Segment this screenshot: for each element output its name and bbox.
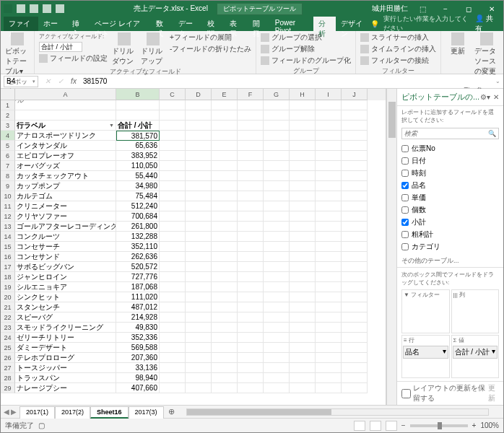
cell[interactable] <box>212 363 238 373</box>
cell[interactable]: カップポンプ <box>15 181 116 191</box>
cell[interactable]: ゼリーチリトリー <box>15 333 116 343</box>
cell[interactable]: アナロスポーツドリンク <box>15 131 116 141</box>
cell[interactable]: ナレージプシー <box>15 383 116 393</box>
cell[interactable] <box>160 343 186 353</box>
cell[interactable] <box>186 312 212 323</box>
row-header[interactable]: 23 <box>1 323 15 333</box>
group-selection-button[interactable]: グループの選択 <box>261 32 351 43</box>
insert-slicer-button[interactable]: スライサーの挿入 <box>360 32 436 43</box>
cell[interactable] <box>290 323 316 333</box>
cell[interactable] <box>160 100 186 110</box>
cell[interactable] <box>264 201 290 211</box>
cell[interactable] <box>316 222 342 232</box>
cell[interactable] <box>238 211 264 222</box>
ribbon-tab-10[interactable]: 分析 <box>313 17 336 31</box>
sheet-tab[interactable]: 2017(2) <box>55 406 90 419</box>
cell[interactable] <box>316 141 342 151</box>
minimize-button[interactable]: − <box>437 5 454 13</box>
cell[interactable] <box>160 232 186 242</box>
cell[interactable]: 261,800 <box>116 222 160 232</box>
cell[interactable] <box>264 282 290 292</box>
row-header[interactable]: 25 <box>1 343 15 353</box>
sheet-tab[interactable]: 2017(1) <box>19 406 55 419</box>
cell[interactable] <box>212 242 238 252</box>
cell[interactable]: 75,484 <box>116 191 160 201</box>
cell[interactable] <box>160 222 186 232</box>
ungroup-button[interactable]: グループ解除 <box>261 44 351 54</box>
cell[interactable]: 700,684 <box>116 211 160 222</box>
group-field-button[interactable]: フィールドのグループ化 <box>261 56 351 66</box>
cell[interactable] <box>342 222 368 232</box>
cell[interactable]: 381,570 <box>116 131 160 141</box>
cell[interactable] <box>290 292 316 302</box>
cell[interactable] <box>186 211 212 222</box>
cell[interactable] <box>186 222 212 232</box>
ribbon-options-icon[interactable]: ⬚ <box>414 5 431 13</box>
field-search-input[interactable]: 🔍 <box>401 128 499 139</box>
col-header-H[interactable]: H <box>290 89 316 100</box>
cell[interactable] <box>316 201 342 211</box>
cell[interactable]: コンセサンド <box>15 252 116 262</box>
row-header[interactable]: 5 <box>1 141 15 151</box>
cell[interactable] <box>342 282 368 292</box>
cell[interactable]: コンセサーチ <box>15 242 116 252</box>
zoom-out-button[interactable]: − <box>401 421 406 429</box>
cell[interactable]: 187,068 <box>116 282 160 292</box>
cell[interactable] <box>316 302 342 312</box>
ribbon-tab-2[interactable]: 挿入 <box>67 17 90 31</box>
cell[interactable] <box>212 171 238 181</box>
ribbon-tab-4[interactable]: 数式 <box>151 17 173 31</box>
filter-dropdown-icon[interactable]: ▼ <box>109 121 114 131</box>
cell[interactable] <box>15 100 116 110</box>
cell[interactable] <box>290 312 316 323</box>
cell[interactable] <box>186 141 212 151</box>
cell[interactable]: 262,636 <box>116 252 160 262</box>
cell[interactable]: ゴールアフターレコーディング <box>15 222 116 232</box>
cell[interactable] <box>342 211 368 222</box>
active-field-input[interactable] <box>39 42 82 52</box>
cell[interactable] <box>316 232 342 242</box>
cell[interactable] <box>160 211 186 222</box>
cell[interactable] <box>116 110 160 121</box>
row-header[interactable]: 16 <box>1 252 15 262</box>
field-checkbox-日付[interactable]: 日付 <box>401 156 499 166</box>
row-header[interactable]: 11 <box>1 201 15 211</box>
undo-icon[interactable] <box>30 4 38 13</box>
cell[interactable] <box>342 353 368 363</box>
row-header[interactable]: 21 <box>1 302 15 312</box>
cell[interactable] <box>186 353 212 363</box>
cell[interactable] <box>186 252 212 262</box>
cell[interactable]: スタンセンチ <box>15 302 116 312</box>
cell[interactable] <box>186 242 212 252</box>
cell[interactable] <box>160 282 186 292</box>
cell[interactable] <box>342 121 368 131</box>
row-field-item[interactable]: 品名▾ <box>403 346 448 359</box>
drill-down-button[interactable]: ドリルダウン <box>112 32 136 66</box>
cell[interactable] <box>212 343 238 353</box>
cell[interactable]: カッタチェックアウト <box>15 171 116 181</box>
cell[interactable] <box>186 181 212 191</box>
cell[interactable]: 207,360 <box>116 353 160 363</box>
cell[interactable] <box>316 171 342 181</box>
cell[interactable] <box>264 343 290 353</box>
cell[interactable] <box>238 252 264 262</box>
cell[interactable] <box>342 373 368 383</box>
cell[interactable] <box>264 363 290 373</box>
spreadsheet-grid[interactable]: ABCDEFGHIJ 123行ラベル▼合計 / 小計4アナロスポーツドリンク38… <box>1 89 386 405</box>
cell[interactable] <box>186 272 212 282</box>
row-header[interactable]: 6 <box>1 151 15 161</box>
rows-zone[interactable]: ≡ 行品名▾ <box>401 335 450 379</box>
cell[interactable]: クリヤソファー <box>15 211 116 222</box>
cell[interactable] <box>212 353 238 363</box>
cell[interactable]: 487,012 <box>116 302 160 312</box>
cell[interactable] <box>238 201 264 211</box>
filter-connection-button[interactable]: フィルターの接続 <box>360 56 436 66</box>
cell[interactable] <box>238 141 264 151</box>
cell[interactable] <box>160 181 186 191</box>
cell[interactable] <box>15 110 116 121</box>
cell[interactable] <box>238 131 264 141</box>
cell[interactable] <box>342 252 368 262</box>
cell[interactable] <box>186 232 212 242</box>
pivot-table-button[interactable]: ピボットテーブル▾ <box>5 32 30 76</box>
cell[interactable] <box>186 282 212 292</box>
